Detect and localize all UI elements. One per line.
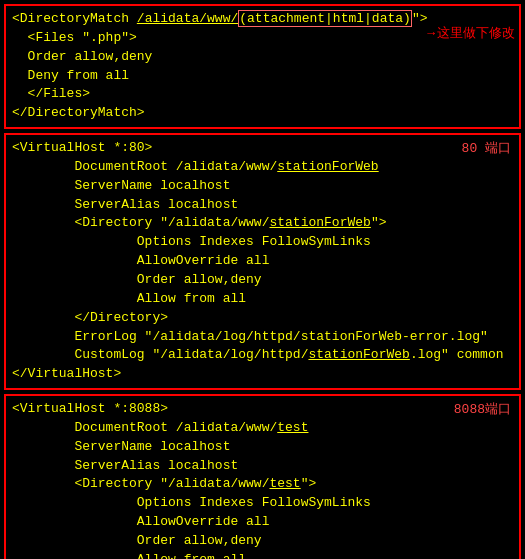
arrow-icon: → [427, 26, 435, 41]
port-80-label: 80 端口 [462, 139, 511, 157]
annotation-arrow: → 这里做下修改 [427, 24, 515, 42]
code-line-4: Deny from all [12, 67, 513, 86]
vh80-line-11: ErrorLog "/alidata/log/httpd/stationForW… [12, 328, 513, 347]
vh80-line-7: AllowOverride all [12, 252, 513, 271]
virtualhost-80-section: 80 端口 <VirtualHost *:80> DocumentRoot /a… [4, 133, 521, 390]
vh80-line-5: <Directory "/alidata/www/stationForWeb"> [12, 214, 513, 233]
vh8088-line-6: Options Indexes FollowSymLinks [12, 494, 513, 513]
annotation-text: 这里做下修改 [437, 24, 515, 42]
vh80-line-2: DocumentRoot /alidata/www/stationForWeb [12, 158, 513, 177]
vh8088-line-1: <VirtualHost *:8088> [12, 400, 513, 419]
vh8088-line-3: ServerName localhost [12, 438, 513, 457]
vh8088-line-2: DocumentRoot /alidata/www/test [12, 419, 513, 438]
vh80-line-4: ServerAlias localhost [12, 196, 513, 215]
vh80-line-3: ServerName localhost [12, 177, 513, 196]
vh8088-line-8: Order allow,deny [12, 532, 513, 551]
vh80-line-13: </VirtualHost> [12, 365, 513, 384]
vh80-line-12: CustomLog "/alidata/log/httpd/stationFor… [12, 346, 513, 365]
vh80-line-10: </Directory> [12, 309, 513, 328]
main-container: → 这里做下修改 <DirectoryMatch /alidata/www/(a… [0, 0, 525, 559]
code-line-5: </Files> [12, 85, 513, 104]
directory-match-section: → 这里做下修改 <DirectoryMatch /alidata/www/(a… [4, 4, 521, 129]
port-8088-label: 8088端口 [454, 400, 511, 418]
vh80-line-9: Allow from all [12, 290, 513, 309]
vh80-line-6: Options Indexes FollowSymLinks [12, 233, 513, 252]
vh8088-line-9: Allow from all [12, 551, 513, 559]
vh80-line-8: Order allow,deny [12, 271, 513, 290]
vh8088-line-4: ServerAlias localhost [12, 457, 513, 476]
vh8088-line-7: AllowOverride all [12, 513, 513, 532]
vh80-line-1: <VirtualHost *:80> [12, 139, 513, 158]
vh8088-line-5: <Directory "/alidata/www/test"> [12, 475, 513, 494]
virtualhost-8088-section: 8088端口 <VirtualHost *:8088> DocumentRoot… [4, 394, 521, 559]
code-line-6: </DirectoryMatch> [12, 104, 513, 123]
code-line-3: Order allow,deny [12, 48, 513, 67]
